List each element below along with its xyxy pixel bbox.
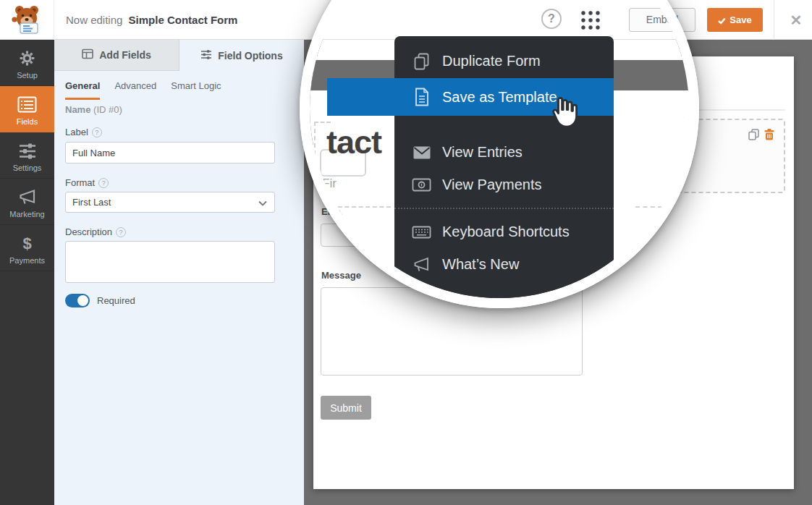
sidebar-item-fields[interactable]: Fields bbox=[0, 86, 54, 132]
magnified-title-fragment: tact bbox=[326, 126, 381, 158]
format-row: Format? bbox=[65, 177, 109, 188]
sidebar-item-setup[interactable]: Setup bbox=[0, 40, 54, 86]
add-fields-icon bbox=[82, 48, 93, 61]
megaphone-icon bbox=[412, 256, 431, 273]
menu-item-duplicate-form[interactable]: Duplicate Form bbox=[394, 45, 614, 77]
label-help-icon[interactable]: ? bbox=[92, 127, 102, 137]
required-label: Required bbox=[97, 295, 135, 306]
gear-icon bbox=[0, 48, 54, 68]
editing-prefix: Now editing bbox=[66, 14, 122, 26]
builder-sidebar: Setup Fields Settings bbox=[0, 40, 54, 505]
form-fields-icon bbox=[0, 95, 54, 114]
wpforms-bear-logo-icon bbox=[11, 4, 43, 37]
builder-dropdown-menu-lower: View Entries View Payments bbox=[394, 116, 614, 298]
format-select[interactable]: First Last bbox=[65, 192, 275, 213]
money-icon bbox=[412, 178, 431, 192]
dollar-icon: $ bbox=[0, 234, 54, 253]
menu-item-whats-new[interactable]: What’s New bbox=[394, 248, 614, 281]
form-name: Simple Contact Form bbox=[129, 14, 238, 26]
field-title: Name (ID #0) bbox=[65, 104, 122, 115]
sidebar-item-payments[interactable]: $ Payments bbox=[0, 225, 54, 271]
message-field-label: Message bbox=[321, 270, 361, 281]
close-button[interactable]: ✕ bbox=[786, 10, 806, 30]
description-textarea[interactable] bbox=[65, 241, 275, 283]
format-help-icon[interactable]: ? bbox=[98, 178, 109, 188]
hand-cursor-icon bbox=[549, 96, 579, 132]
subtab-general[interactable]: General bbox=[65, 80, 100, 100]
now-editing-text: Now editing Simple Contact Form bbox=[66, 0, 237, 40]
description-row: Description? bbox=[65, 226, 126, 237]
magnifier-content: tact Fir Duplicate Form bbox=[310, 0, 689, 298]
magnified-sublabel-fragment: Fir bbox=[322, 177, 337, 191]
logo-box bbox=[0, 0, 54, 40]
menu-item-view-entries[interactable]: View Entries bbox=[394, 136, 614, 169]
submit-button[interactable]: Submit bbox=[321, 396, 371, 420]
chevron-down-icon bbox=[258, 200, 267, 206]
required-row: Required bbox=[65, 294, 135, 307]
sidebar-item-settings[interactable]: Settings bbox=[0, 132, 54, 179]
tab-add-fields[interactable]: Add Fields bbox=[54, 40, 179, 71]
magnified-dashed-border bbox=[317, 206, 391, 208]
sidebar-item-marketing[interactable]: Marketing bbox=[0, 179, 54, 225]
option-subtabs: General Advanced Smart Logic bbox=[65, 80, 221, 100]
delete-field-trash-icon[interactable] bbox=[764, 128, 775, 143]
label-row: Label? bbox=[65, 127, 102, 137]
sliders-icon bbox=[0, 141, 54, 161]
duplicate-field-icon[interactable] bbox=[748, 128, 760, 143]
field-options-icon bbox=[200, 49, 212, 62]
label-input[interactable] bbox=[65, 142, 275, 164]
subtab-advanced[interactable]: Advanced bbox=[114, 80, 156, 100]
document-icon bbox=[412, 87, 431, 107]
magnified-dashed-border bbox=[635, 206, 677, 208]
megaphone-icon bbox=[0, 187, 54, 207]
description-help-icon[interactable]: ? bbox=[116, 227, 126, 237]
check-icon bbox=[718, 17, 726, 25]
menu-divider bbox=[394, 208, 614, 209]
envelope-icon bbox=[412, 145, 431, 160]
field-options-panel: Add Fields Field Options General Advance… bbox=[54, 40, 304, 505]
menu-item-view-payments[interactable]: View Payments bbox=[394, 169, 614, 201]
magnified-dashed-border bbox=[314, 122, 331, 123]
field-actions bbox=[748, 128, 775, 143]
panel-tabs: Add Fields Field Options bbox=[54, 40, 304, 71]
subtab-smart-logic[interactable]: Smart Logic bbox=[171, 80, 221, 100]
menu-item-keyboard-shortcuts[interactable]: Keyboard Shortcuts bbox=[394, 216, 614, 248]
required-toggle[interactable] bbox=[65, 294, 90, 307]
tab-field-options[interactable]: Field Options bbox=[179, 40, 304, 71]
wpforms-builder: Now editing Simple Contact Form ? Embed … bbox=[0, 0, 812, 505]
copy-icon bbox=[412, 52, 431, 71]
keyboard-icon bbox=[412, 226, 431, 239]
save-button[interactable]: Save bbox=[707, 8, 763, 32]
topbar-divider bbox=[774, 0, 774, 40]
field-id: (ID #0) bbox=[93, 104, 122, 115]
